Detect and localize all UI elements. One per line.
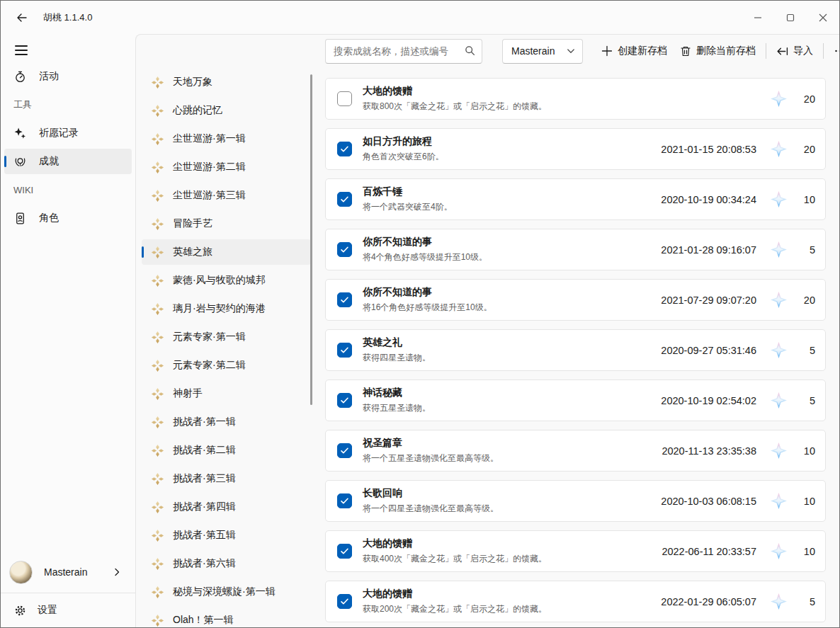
sidebar-footer: Masterain 设置 [1,552,135,627]
achievement-text: 长歌回响 将一个四星圣遗物强化至最高等级。 [363,487,499,515]
category-item[interactable]: 心跳的记忆 [142,98,311,123]
achievement-title: 神话秘藏 [363,387,431,399]
category-item[interactable]: 冒险手艺 [142,211,311,236]
search-input[interactable] [325,39,482,64]
category-item[interactable]: 璃月·岩与契约的海港 [142,296,311,321]
check-icon [340,547,349,556]
achievement-checkbox[interactable] [337,292,352,307]
achievement-card: 神话秘藏 获得五星圣遗物。 2020-10-19 02:54:02 5 [325,379,826,421]
achievement-reward-count: 20 [797,144,815,155]
category-item[interactable]: 挑战者·第二辑 [142,438,311,463]
category-item[interactable]: 元素专家·第一辑 [142,324,311,350]
user-avatar [9,561,33,584]
chevron-down-icon [567,47,575,55]
check-icon [340,295,349,304]
achievement-checkbox[interactable] [337,393,352,408]
category-label: 天地万象 [173,76,212,89]
category-label: 挑战者·第一辑 [173,416,236,428]
achievement-checkbox[interactable] [337,443,352,458]
search-icon [465,45,475,56]
category-item[interactable]: Olah！第一辑 [142,607,311,627]
achievement-title: 你所不知道的事 [363,286,492,299]
category-item[interactable]: 挑战者·第五辑 [142,523,311,548]
category-emblem-icon [150,585,165,600]
achievement-checkbox[interactable] [337,544,352,559]
category-item[interactable]: 秘境与深境螺旋·第一辑 [142,579,311,605]
achievement-text: 你所不知道的事 将16个角色好感等级提升至10级。 [363,286,492,314]
achievement-checkbox[interactable] [337,242,352,257]
sidebar-item-achievements[interactable]: 成就 [4,149,132,174]
close-button[interactable] [807,1,839,34]
category-scrollbar[interactable] [310,74,312,405]
category-emblem-icon [150,330,165,345]
profile-dropdown[interactable]: Masterain [502,39,583,64]
category-emblem-icon [150,103,165,118]
sidebar-item-characters[interactable]: 角色 [4,205,132,231]
import-button[interactable]: 导入 [770,39,819,63]
achievement-checkbox[interactable] [337,594,352,609]
primogem-icon [770,492,788,510]
toolbar-separator [823,43,824,59]
sidebar-item-settings[interactable]: 设置 [1,593,135,627]
maximize-icon [786,13,795,22]
category-label: 挑战者·第四辑 [173,501,236,513]
achievement-checkbox[interactable] [337,343,352,358]
achievement-checkbox[interactable] [337,192,352,207]
achievement-date: 2022-01-29 06:05:07 [661,596,756,607]
category-emblem-icon [150,273,165,288]
maximize-button[interactable] [774,1,807,34]
sparkle-icon [13,127,27,140]
category-emblem-icon [150,188,165,203]
category-item[interactable]: 神射手 [142,381,311,406]
category-item[interactable]: 挑战者·第三辑 [142,466,311,491]
achievement-title: 英雄之礼 [363,336,431,349]
app-window: 胡桃 1.1.4.0 活动 工具 [0,0,840,628]
category-item[interactable]: 挑战者·第六辑 [142,551,311,576]
category-item[interactable]: 挑战者·第一辑 [142,409,311,435]
category-label: 元素专家·第二辑 [173,359,246,372]
category-item[interactable]: 尘世巡游·第二辑 [142,154,311,180]
achievement-title: 祝圣篇章 [363,437,499,450]
primogem-icon [770,241,788,258]
user-profile-row[interactable]: Masterain [1,552,135,593]
category-item[interactable]: 尘世巡游·第三辑 [142,183,311,208]
achievement-title: 你所不知道的事 [363,236,487,249]
category-item[interactable]: 元素专家·第二辑 [142,353,311,378]
achievement-date: 2020-10-19 02:54:02 [661,395,756,406]
create-archive-label: 创建新存档 [618,45,667,57]
category-emblem-icon [150,245,165,260]
category-emblem-icon [150,472,165,486]
category-emblem-icon [150,217,165,232]
content-area: 天地万象 心跳的记忆 尘世巡游·第一辑 尘世巡游·第二辑 [135,34,839,627]
check-icon [340,346,349,355]
achievement-checkbox[interactable] [337,493,352,508]
create-archive-button[interactable]: 创建新存档 [595,39,674,63]
more-options-button[interactable] [827,39,839,63]
back-button[interactable] [10,7,34,28]
titlebar: 胡桃 1.1.4.0 [1,1,839,34]
delete-archive-button[interactable]: 删除当前存档 [674,39,762,63]
hamburger-menu-button[interactable] [8,38,35,62]
delete-archive-label: 删除当前存档 [696,45,756,57]
minimize-button[interactable] [742,1,774,34]
category-item[interactable]: 挑战者·第四辑 [142,494,311,520]
category-item[interactable]: 尘世巡游·第一辑 [142,126,311,152]
achievement-title: 长歌回响 [363,487,499,500]
category-item[interactable]: 天地万象 [142,69,311,95]
achievement-date: 2020-09-27 05:31:46 [661,345,756,356]
achievement-description: 获取200次「藏金之花」或「启示之花」的馈藏。 [363,603,547,615]
achievement-checkbox[interactable] [337,91,352,106]
achievement-reward-count: 20 [797,295,815,306]
achievement-reward-count: 10 [797,445,815,457]
category-item[interactable]: 英雄之旅 [142,239,311,265]
sidebar-item-wish-records[interactable]: 祈愿记录 [4,120,132,146]
achievement-text: 英雄之礼 获得四星圣遗物。 [363,336,431,364]
achievement-checkbox[interactable] [337,142,352,156]
achievement-list: 大地的馈赠 获取800次「藏金之花」或「启示之花」的馈藏。 20 [325,78,826,627]
sidebar-item-activity[interactable]: 活动 [4,64,132,89]
achievement-date: 2021-01-28 09:16:07 [661,244,756,256]
check-icon [340,245,349,254]
achievement-description: 获取800次「藏金之花」或「启示之花」的馈藏。 [363,101,547,113]
sidebar-item-label: 活动 [39,70,59,83]
category-item[interactable]: 蒙德·风与牧歌的城邦 [142,268,311,293]
